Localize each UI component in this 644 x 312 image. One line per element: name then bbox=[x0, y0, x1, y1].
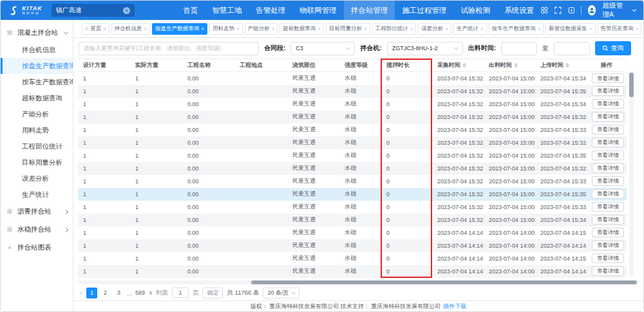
vertical-scrollbar-thumb[interactable] bbox=[629, 73, 634, 97]
contract-select[interactable]: C3 bbox=[290, 42, 355, 55]
project-selector[interactable]: 镇广高速 × bbox=[52, 4, 135, 17]
clear-project-icon[interactable]: × bbox=[123, 7, 130, 14]
user-menu-chevron-icon[interactable] bbox=[632, 7, 636, 11]
discharge-time-end-input[interactable] bbox=[554, 42, 590, 55]
view-detail-button[interactable]: 查看详情 bbox=[592, 86, 624, 96]
sidebar-group-水稳拌合站[interactable]: ✻水稳拌合站 bbox=[1, 221, 73, 239]
view-detail-button[interactable]: 查看详情 bbox=[592, 228, 624, 237]
close-tab-icon[interactable]: × bbox=[236, 26, 240, 32]
mixer-select[interactable]: ZGTJC3-8HU-1-2 bbox=[387, 42, 463, 55]
table-row[interactable]: 110.00民意互通水稳02023-07-04 15:32:082023-07-… bbox=[78, 111, 627, 124]
sidebar-item-按车生产数据查询[interactable]: 按车生产数据查询 bbox=[1, 74, 73, 90]
sidebar-item-误差分析[interactable]: 误差分析 bbox=[1, 170, 73, 187]
table-row[interactable]: 110.00民意互通水稳02023-07-04 14:14:062023-07-… bbox=[78, 226, 627, 239]
view-detail-button[interactable]: 查看详情 bbox=[592, 73, 624, 83]
close-tab-icon[interactable]: × bbox=[480, 26, 484, 32]
view-detail-button[interactable]: 查看详情 bbox=[592, 253, 624, 263]
table-row[interactable]: 110.00民意互通水稳02023-07-04 15:32:082023-07-… bbox=[78, 201, 627, 214]
view-detail-button[interactable]: 查看详情 bbox=[592, 176, 624, 186]
column-header-上传时间[interactable]: 上传时间 bbox=[535, 59, 587, 72]
view-detail-button[interactable]: 查看详情 bbox=[592, 241, 624, 250]
sort-icon[interactable] bbox=[462, 61, 466, 69]
view-detail-button[interactable]: 查看详情 bbox=[592, 266, 624, 276]
sidebar-item-超标数据查询[interactable]: 超标数据查询 bbox=[1, 90, 73, 106]
page-number-3[interactable]: 3 bbox=[113, 288, 124, 298]
tab-工程部位统计[interactable]: 工程部位统计× bbox=[372, 23, 417, 35]
goto-page-input[interactable] bbox=[172, 288, 189, 298]
window-icon[interactable] bbox=[568, 6, 575, 15]
table-row[interactable]: 110.00民意互通水稳02023-07-04 15:32:082023-07-… bbox=[78, 98, 627, 111]
apps-grid-icon[interactable] bbox=[541, 6, 548, 15]
close-tab-icon[interactable]: × bbox=[144, 26, 147, 32]
sidebar-item-工程部位统计[interactable]: 工程部位统计 bbox=[1, 138, 73, 154]
close-tab-icon[interactable]: × bbox=[364, 26, 367, 32]
table-row[interactable]: 110.00民意互通水稳02023-07-04 15:32:072023-07-… bbox=[78, 149, 627, 162]
column-header-出料时间[interactable]: 出料时间 bbox=[484, 59, 535, 72]
view-detail-button[interactable]: 查看详情 bbox=[592, 99, 624, 109]
close-tab-icon[interactable]: × bbox=[103, 26, 106, 32]
sort-icon[interactable] bbox=[514, 61, 518, 69]
discharge-time-start-input[interactable] bbox=[501, 42, 537, 55]
close-tab-icon[interactable]: × bbox=[410, 26, 413, 32]
keyword-search-input[interactable] bbox=[79, 42, 259, 55]
view-detail-button[interactable]: 查看详情 bbox=[592, 151, 624, 160]
tab-生产统计[interactable]: 生产统计× bbox=[453, 23, 487, 35]
table-row[interactable]: 110.00民意互通水稳02023-07-04 15:32:082023-07-… bbox=[78, 175, 627, 188]
view-detail-button[interactable]: 查看详情 bbox=[592, 138, 624, 147]
nav-item-试验检测[interactable]: 试验检测 bbox=[453, 1, 497, 20]
tab-目标用量分析[interactable]: 目标用量分析× bbox=[326, 23, 370, 35]
vertical-scrollbar[interactable] bbox=[629, 72, 634, 277]
sidebar-item-按盘生产数据查询[interactable]: 按盘生产数据查询 bbox=[1, 58, 73, 74]
prev-page-icon[interactable]: ‹ bbox=[80, 289, 82, 297]
view-detail-button[interactable]: 查看详情 bbox=[592, 112, 624, 122]
nav-item-告警处理[interactable]: 告警处理 bbox=[249, 1, 292, 20]
tab-拌合机信息[interactable]: 拌合机信息× bbox=[111, 23, 150, 35]
nav-item-系统设置[interactable]: 系统设置 bbox=[497, 1, 541, 20]
table-row[interactable]: 110.00民意互通水稳02023-07-04 15:32:072023-07-… bbox=[78, 85, 627, 98]
tab-告警历史查询[interactable]: 告警历史查询× bbox=[598, 23, 642, 35]
close-tab-icon[interactable]: × bbox=[201, 26, 204, 32]
table-row[interactable]: 110.00民意互通水稳02023-07-04 15:32:082023-07-… bbox=[78, 214, 627, 226]
tab-按车生产数据查询[interactable]: 按车生产数据查询× bbox=[489, 23, 544, 35]
sidebar-item-生产统计[interactable]: 生产统计 bbox=[1, 187, 73, 203]
page-number-2[interactable]: 2 bbox=[100, 288, 111, 298]
tab-按盘生产数据查询[interactable]: 按盘生产数据查询× bbox=[152, 23, 207, 35]
table-row[interactable]: 110.00民意互通水稳02023-07-04 15:32:082023-07-… bbox=[78, 124, 627, 136]
close-tab-icon[interactable]: × bbox=[272, 26, 275, 32]
sidebar-item-目标用量分析[interactable]: 目标用量分析 bbox=[1, 154, 73, 170]
table-row[interactable]: 110.00民意互通水稳02023-07-04 15:32:072023-07-… bbox=[78, 72, 627, 85]
query-button[interactable]: 查询 bbox=[595, 41, 631, 55]
close-tab-icon[interactable]: × bbox=[538, 26, 541, 32]
tab-新雷仪数据采集[interactable]: 新雷仪数据采集× bbox=[545, 23, 595, 35]
goto-confirm-button[interactable]: 确定 bbox=[202, 288, 223, 298]
avatar[interactable] bbox=[588, 5, 596, 15]
nav-item-首页[interactable]: 首页 bbox=[176, 1, 205, 20]
user-name[interactable]: 超级管理A bbox=[602, 1, 627, 19]
nav-item-拌合站管理[interactable]: 拌合站管理 bbox=[344, 1, 395, 20]
sidebar-item-拌合机信息[interactable]: 拌合机信息 bbox=[1, 42, 73, 58]
sidebar-item-用料走势[interactable]: 用料走势 bbox=[1, 122, 73, 138]
page-size-select[interactable]: 20 条/页 bbox=[263, 288, 299, 298]
tab-误差分析[interactable]: 误差分析× bbox=[418, 23, 451, 35]
table-row[interactable]: 110.00民意互通水稳02023-07-04 14:14:062023-07-… bbox=[78, 265, 627, 278]
view-detail-button[interactable]: 查看详情 bbox=[592, 189, 624, 199]
table-row[interactable]: 110.00民意互通水稳02023-07-04 15:32:072023-07-… bbox=[78, 188, 627, 201]
sidebar-group-混凝土拌合站[interactable]: ✻混凝土拌合站 bbox=[1, 24, 73, 42]
view-detail-button[interactable]: 查看详情 bbox=[592, 202, 624, 212]
sidebar-group-沥青拌合站[interactable]: ✻沥青拌合站 bbox=[1, 203, 73, 221]
nav-item-施工过程管理[interactable]: 施工过程管理 bbox=[395, 1, 453, 20]
table-row[interactable]: 110.00民意互通水稳02023-07-04 14:14:062023-07-… bbox=[78, 252, 627, 265]
page-number-1[interactable]: 1 bbox=[86, 288, 97, 298]
plugin-download-link[interactable]: 插件下载 bbox=[443, 302, 466, 311]
tab-首页[interactable]: ⌂首页× bbox=[82, 23, 109, 35]
tab-用料走势[interactable]: 用料走势× bbox=[209, 23, 243, 35]
close-tab-icon[interactable]: × bbox=[445, 26, 448, 32]
close-tab-icon[interactable]: × bbox=[636, 26, 639, 32]
horizontal-scrollbar[interactable] bbox=[78, 280, 637, 284]
view-detail-button[interactable]: 查看详情 bbox=[592, 215, 624, 225]
fullscreen-icon[interactable] bbox=[554, 6, 562, 15]
table-row[interactable]: 110.00民意互通水稳02023-07-04 15:32:082023-07-… bbox=[78, 162, 627, 175]
nav-item-物联网管理[interactable]: 物联网管理 bbox=[292, 1, 344, 20]
column-header-采集时间[interactable]: 采集时间 bbox=[432, 59, 484, 72]
close-tab-icon[interactable]: × bbox=[317, 26, 321, 32]
